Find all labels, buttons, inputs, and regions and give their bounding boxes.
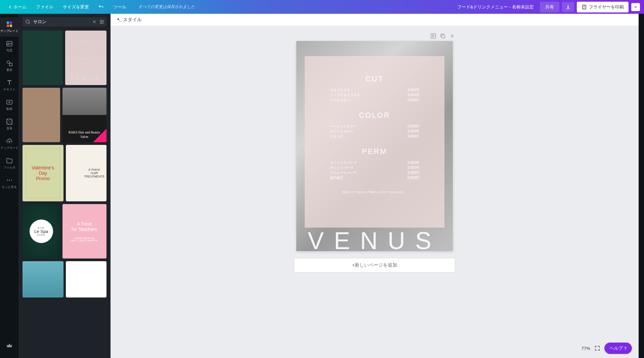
add-page-button[interactable]: [449, 33, 455, 39]
template-text: MAY 7, 2019, 9 AM-9 PM: [71, 239, 97, 242]
menu-row: リタッチ3,000円: [316, 134, 433, 139]
template-item[interactable]: 5 THICK HAIR TREATMENTS: [66, 145, 107, 201]
template-brand: VENUS: [70, 75, 101, 82]
template-item[interactable]: BAKS Hair and Beauty Salon: [62, 88, 107, 142]
template-grid: CUT COLOR VENUS BAKS Hair and Beauty Sal…: [23, 31, 106, 297]
save-status: すべての変更は保存されました: [138, 4, 195, 10]
design-page[interactable]: CUT スタイリスト4,000円 トップスタイリスト4,500円 ディレクター5…: [296, 41, 453, 251]
home-button[interactable]: ホーム: [4, 2, 31, 12]
menu-row: スタイリスト4,000円: [316, 87, 433, 92]
svg-rect-4: [10, 25, 12, 27]
video-icon: [6, 98, 13, 106]
clear-search-button[interactable]: ✕: [92, 19, 96, 25]
section-title: CUT: [366, 75, 384, 83]
template-text: COLOR: [82, 58, 90, 60]
svg-point-15: [100, 20, 101, 21]
right-edge: [639, 14, 644, 358]
filter-button[interactable]: [99, 19, 104, 25]
menu-item-name: ベーシックカラー: [330, 124, 357, 129]
tools-menu[interactable]: ツール: [109, 2, 130, 12]
folder-icon: [6, 157, 13, 164]
add-page-bar[interactable]: +新しいページを追加: [294, 258, 455, 273]
sparkle-icon: [116, 17, 121, 23]
template-item[interactable]: CUT COLOR VENUS: [65, 31, 107, 85]
sidebar-more[interactable]: もっと見る: [0, 173, 18, 193]
template-text: Day: [39, 170, 47, 176]
menu-item-price: 5,000円: [407, 97, 419, 103]
template-item[interactable]: NOW Le Spa OPEN: [23, 204, 60, 258]
template-text: OPEN: [37, 234, 45, 236]
template-text: A Treat: [77, 221, 92, 227]
sidebar-item-label: 背景: [6, 126, 12, 131]
download-button[interactable]: [562, 2, 574, 12]
template-item[interactable]: [23, 261, 63, 297]
menu-row: ポイントパーマ3,000円: [316, 165, 433, 170]
brand-title: VENUS: [296, 227, 453, 251]
sidebar-photos[interactable]: 写真: [0, 37, 18, 56]
background-icon: [6, 118, 13, 125]
sidebar-videos[interactable]: 動画: [0, 95, 18, 115]
template-text: Promo: [36, 176, 50, 181]
print-dropdown[interactable]: [631, 3, 640, 11]
share-button[interactable]: 共有: [540, 2, 559, 12]
templates-panel: ✕ CUT COLOR VENUS BAKS Hair and Beauty S…: [18, 14, 111, 358]
sidebar-item-label: テキスト: [3, 87, 15, 92]
sidebar-item-label: もっと見る: [2, 185, 17, 189]
menu-item-price: 4,500円: [407, 92, 419, 97]
sidebar-pro[interactable]: [0, 339, 18, 353]
template-item[interactable]: A Treat for Teachers OFFER VALID ON MAY …: [62, 204, 107, 258]
menu-section: ベーシックカラー5,000円 ポイントカラー3,000円 リタッチ3,000円: [316, 124, 433, 139]
zoom-level[interactable]: 77%: [582, 346, 590, 351]
template-text: Valentine's: [32, 165, 54, 170]
sidebar-item-label: 動画: [6, 107, 12, 111]
sidebar-templates[interactable]: テンプレート: [0, 17, 18, 37]
help-button[interactable]: ヘルプ ?: [604, 343, 632, 354]
sidebar-elements[interactable]: 素材: [0, 56, 18, 76]
menu-item-price: 3,000円: [407, 165, 419, 170]
menu-item-price: 3,000円: [407, 129, 419, 134]
svg-point-14: [26, 20, 29, 23]
page-controls: [294, 33, 455, 39]
chevron-down-icon: [634, 5, 637, 9]
menu-item-name: 縮毛矯正: [330, 175, 343, 180]
print-flyer-button[interactable]: フライヤーを印刷: [577, 2, 629, 12]
menu-item-name: ストレートパーマ: [330, 170, 357, 175]
duplicate-button[interactable]: [440, 33, 446, 39]
search-input[interactable]: [33, 19, 90, 25]
sidebar-uploads[interactable]: アップロード: [0, 134, 18, 154]
svg-rect-1: [7, 22, 9, 24]
svg-point-16: [102, 22, 103, 23]
sidebar-text[interactable]: テキスト: [0, 76, 18, 95]
menu-row: ベーシックカラー5,000円: [316, 124, 433, 129]
template-item[interactable]: [23, 31, 63, 85]
sidebar-background[interactable]: 背景: [0, 115, 18, 134]
resize-menu[interactable]: サイズを変更: [59, 2, 93, 12]
fullscreen-button[interactable]: [594, 345, 600, 351]
home-label: ホーム: [13, 4, 27, 10]
svg-rect-8: [9, 63, 12, 66]
menu-row: 縮毛矯正8,000円: [316, 175, 433, 180]
sidebar-folders[interactable]: フォルダ: [0, 154, 18, 173]
menu-item-name: スタイリスト: [330, 87, 350, 92]
template-item[interactable]: [66, 261, 107, 297]
canvas-scroll[interactable]: CUT スタイリスト4,000円 トップスタイリスト4,500円 ディレクター5…: [111, 26, 639, 358]
template-text: CUT: [83, 41, 88, 43]
menu-row: ポイントカラー3,000円: [316, 129, 433, 134]
menu-item-price: 4,000円: [407, 87, 419, 92]
document-title[interactable]: フード&ドリンクメニュー - 名称未設定: [457, 4, 534, 10]
sidebar-item-label: 写真: [6, 48, 12, 53]
file-menu[interactable]: ファイル: [32, 2, 57, 12]
template-item[interactable]: [23, 88, 60, 142]
template-item[interactable]: Valentine's Day Promo: [23, 145, 63, 201]
undo-button[interactable]: [94, 2, 108, 12]
template-title: BAKS Hair and Beauty Salon: [66, 130, 103, 139]
menu-note: 当店のパーマはロング料金をいただいておりません。: [342, 190, 407, 194]
style-button[interactable]: スタイル: [116, 17, 142, 23]
page-content: CUT スタイリスト4,000円 トップスタイリスト4,500円 ディレクター5…: [296, 41, 453, 251]
template-text: OFFER VALID ON: [75, 237, 94, 239]
text-icon: [6, 79, 13, 86]
menu-item-name: トップスタイリスト: [330, 92, 360, 97]
menu-section: スタイリスト4,000円 トップスタイリスト4,500円 ディレクター5,000…: [316, 87, 433, 103]
menu-row: ベーシックパーマ5,000円: [316, 160, 433, 165]
notes-button[interactable]: [430, 33, 436, 39]
